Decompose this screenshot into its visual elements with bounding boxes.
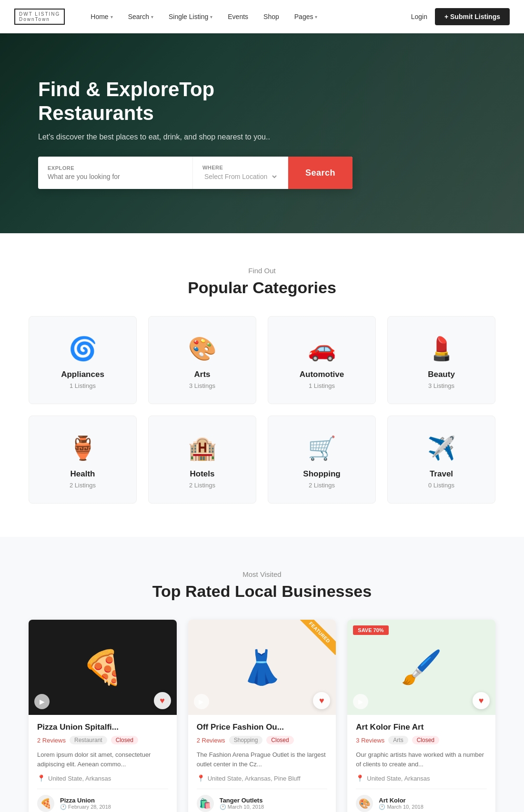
categories-title: Popular Categories — [29, 278, 495, 297]
hero-search-button[interactable]: Search — [288, 157, 353, 189]
logo-sub: DownTown — [19, 17, 60, 22]
business-meta: 3 Reviews Arts Closed — [356, 736, 487, 744]
business-location: 📍 United State, Arkansas, Pine Bluff — [197, 774, 328, 782]
review-count[interactable]: 2 Reviews — [197, 737, 225, 744]
category-count: 1 Listings — [278, 382, 366, 389]
hero-subtitle: Let's discover the best places to eat, d… — [38, 133, 333, 141]
businesses-title: Top Rated Local Businesses — [29, 582, 495, 601]
business-name: Pizza Union Spitalfi... — [37, 723, 168, 732]
review-count[interactable]: 3 Reviews — [356, 737, 384, 744]
logo-main: DWT LISTING — [19, 11, 60, 17]
category-count: 1 Listings — [39, 382, 127, 389]
site-logo[interactable]: DWT LISTING DownTown — [14, 9, 65, 25]
where-field: Where Select From Location — [193, 157, 288, 189]
location-text: United State, Arkansas — [367, 775, 430, 782]
category-icon: 🏨 — [158, 435, 246, 462]
categories-header: Find Out Popular Categories — [29, 267, 495, 297]
location-select[interactable]: Select From Location — [202, 172, 278, 181]
login-link[interactable]: Login — [411, 13, 427, 20]
nav-link-shop[interactable]: Shop — [257, 9, 286, 24]
submit-listings-button[interactable]: + Submit Listings — [435, 8, 510, 25]
business-footer: 🍕 Pizza Union 🕐 February 28, 2018 — [37, 789, 168, 812]
chevron-down-icon: ▾ — [210, 14, 212, 20]
category-name: Shopping — [278, 469, 366, 479]
nav-link-events[interactable]: Events — [221, 9, 255, 24]
category-card[interactable]: 🚗 Automotive 1 Listings — [268, 316, 376, 404]
business-location: 📍 United State, Arkansas — [356, 774, 487, 782]
category-name: Health — [39, 469, 127, 479]
business-card[interactable]: 🖌️ SAVE 70% ▶ ♥ Art Kolor Fine Art 3 Rev… — [347, 620, 495, 812]
category-card[interactable]: 🎨 Arts 3 Listings — [148, 316, 256, 404]
nav-link-search[interactable]: Search▾ — [121, 9, 160, 24]
play-button[interactable]: ▶ — [194, 694, 209, 709]
chevron-down-icon: ▾ — [151, 14, 153, 20]
location-text: United State, Arkansas — [48, 775, 111, 782]
business-card[interactable]: 🍕 ▶ ♥ Pizza Union Spitalfi... 2 Reviews … — [29, 620, 177, 812]
business-description: Our graphic artists have worked with a n… — [356, 750, 487, 769]
category-card[interactable]: 🛒 Shopping 2 Listings — [268, 416, 376, 504]
businesses-section: Most Visited Top Rated Local Businesses … — [0, 537, 524, 812]
play-button[interactable]: ▶ — [34, 694, 50, 709]
business-info: Off Price Fashion Ou... 2 Reviews Shoppi… — [188, 715, 336, 812]
location-text: United State, Arkansas, Pine Bluff — [208, 775, 301, 782]
category-icon: 💄 — [397, 336, 485, 362]
hero-title: Find & ExploreTop Restaurants — [38, 78, 333, 126]
nav-links: Home▾Search▾Single Listing▾EventsShopPag… — [84, 9, 411, 24]
category-card[interactable]: ✈️ Travel 0 Listings — [387, 416, 495, 504]
category-icon: 🌀 — [39, 336, 127, 362]
category-count: 3 Listings — [158, 382, 246, 389]
categories-eyebrow: Find Out — [29, 267, 495, 275]
businesses-grid: 🍕 ▶ ♥ Pizza Union Spitalfi... 2 Reviews … — [29, 620, 495, 812]
featured-label: FEATURED — [298, 620, 336, 655]
category-tag[interactable]: Shopping — [229, 736, 263, 744]
footer-date: 🕐 March 10, 2018 — [220, 804, 264, 810]
location-pin-icon: 📍 — [197, 774, 205, 782]
footer-date: 🕐 February 28, 2018 — [60, 804, 111, 810]
save-badge: SAVE 70% — [353, 625, 388, 635]
save-button[interactable]: ♥ — [154, 692, 171, 709]
category-count: 2 Listings — [39, 482, 127, 489]
category-card[interactable]: 🌀 Appliances 1 Listings — [29, 316, 137, 404]
category-count: 3 Listings — [397, 382, 485, 389]
explore-field: Explore — [38, 157, 193, 189]
category-count: 0 Listings — [397, 482, 485, 489]
footer-date: 🕐 March 10, 2018 — [379, 804, 423, 810]
category-count: 2 Listings — [278, 482, 366, 489]
nav-link-single-listing[interactable]: Single Listing▾ — [162, 9, 219, 24]
footer-info: Art Kolor 🕐 March 10, 2018 — [379, 797, 423, 810]
footer-business-name: Art Kolor — [379, 797, 423, 804]
status-badge: Closed — [111, 736, 138, 744]
category-card[interactable]: 🏺 Health 2 Listings — [29, 416, 137, 504]
nav-link-pages[interactable]: Pages▾ — [288, 9, 324, 24]
featured-ribbon: FEATURED — [298, 620, 336, 658]
category-card[interactable]: 🏨 Hotels 2 Listings — [148, 416, 256, 504]
category-name: Automotive — [278, 370, 366, 379]
category-tag[interactable]: Restaurant — [70, 736, 107, 744]
explore-label: Explore — [48, 165, 183, 171]
status-badge: Closed — [412, 736, 439, 744]
business-footer: 🛍️ Tanger Outlets 🕐 March 10, 2018 — [197, 789, 328, 812]
business-info: Pizza Union Spitalfi... 2 Reviews Restau… — [29, 715, 177, 812]
category-icon: 🛒 — [278, 435, 366, 462]
category-tag[interactable]: Arts — [388, 736, 408, 744]
categories-grid: 🌀 Appliances 1 Listings 🎨 Arts 3 Listing… — [29, 316, 495, 504]
footer-info: Pizza Union 🕐 February 28, 2018 — [60, 797, 111, 810]
business-card[interactable]: 👗 FEATURED ▶ ♥ Off Price Fashion Ou... 2… — [188, 620, 336, 812]
where-label: Where — [202, 165, 278, 170]
business-image: 👗 FEATURED ▶ ♥ — [188, 620, 336, 715]
category-icon: 🎨 — [158, 336, 246, 362]
status-badge: Closed — [266, 736, 293, 744]
category-name: Arts — [158, 370, 246, 379]
location-pin-icon: 📍 — [37, 774, 45, 782]
category-card[interactable]: 💄 Beauty 3 Listings — [387, 316, 495, 404]
nav-link-home[interactable]: Home▾ — [84, 9, 119, 24]
category-name: Beauty — [397, 370, 485, 379]
review-count[interactable]: 2 Reviews — [37, 737, 66, 744]
save-button[interactable]: ♥ — [473, 692, 490, 709]
explore-input[interactable] — [48, 173, 183, 180]
avatar: 🍕 — [37, 795, 54, 812]
avatar: 🛍️ — [197, 795, 214, 812]
category-icon: 🏺 — [39, 435, 127, 462]
business-description: Lorem ipsum dolor sit amet, consectetuer… — [37, 750, 168, 769]
business-meta: 2 Reviews Shopping Closed — [197, 736, 328, 744]
